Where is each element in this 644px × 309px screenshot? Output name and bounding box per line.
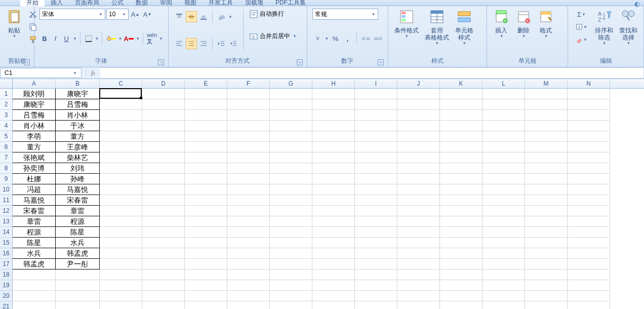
cell[interactable] — [568, 248, 610, 259]
cell[interactable] — [227, 174, 270, 184]
increase-font-button[interactable]: A▲ — [130, 9, 141, 20]
cells-area[interactable]: 顾刘明康晓宇康晓宇吕雪梅吕雪梅肖小林肖小林于冰李萌董方董方王彦峰张艳斌柴林艺孙奕… — [13, 89, 644, 309]
cell[interactable] — [525, 142, 568, 152]
cell[interactable] — [525, 152, 568, 163]
cell[interactable] — [185, 195, 227, 206]
cell[interactable] — [525, 269, 568, 280]
cell[interactable] — [482, 174, 525, 184]
cell[interactable] — [482, 110, 525, 121]
cell[interactable] — [568, 121, 610, 131]
cell[interactable] — [482, 195, 525, 206]
cell[interactable] — [100, 163, 142, 174]
cell[interactable] — [185, 152, 227, 163]
cell[interactable]: 尹一彤 — [56, 259, 100, 269]
cell[interactable]: 刘玮 — [56, 163, 100, 174]
column-header[interactable]: I — [355, 79, 397, 88]
cell[interactable] — [397, 291, 440, 301]
cell[interactable]: 宋春雷 — [56, 195, 100, 206]
cell[interactable] — [397, 89, 440, 99]
cell[interactable] — [312, 110, 355, 121]
cell[interactable]: 冯超 — [13, 184, 56, 195]
cell[interactable] — [312, 184, 355, 195]
cell[interactable] — [142, 248, 185, 259]
cell[interactable] — [482, 152, 525, 163]
format-cells-button[interactable]: 格式▼ — [535, 8, 557, 40]
cell[interactable] — [397, 184, 440, 195]
cell[interactable] — [270, 248, 312, 259]
cell[interactable] — [270, 174, 312, 184]
cell[interactable] — [100, 269, 142, 280]
cell[interactable] — [100, 142, 142, 152]
row-header[interactable]: 18 — [0, 269, 13, 280]
cell[interactable] — [482, 227, 525, 238]
cell[interactable] — [227, 269, 270, 280]
cell[interactable] — [440, 163, 482, 174]
cell[interactable] — [270, 142, 312, 152]
tab-pagelayout[interactable]: 页面布局 — [69, 0, 105, 6]
cell[interactable]: 陈星 — [13, 238, 56, 248]
cell[interactable] — [525, 174, 568, 184]
cell[interactable] — [397, 152, 440, 163]
cell[interactable]: 张艳斌 — [13, 152, 56, 163]
cell[interactable] — [397, 163, 440, 174]
cell[interactable] — [270, 121, 312, 131]
cell[interactable] — [440, 110, 482, 121]
cell[interactable] — [525, 206, 568, 216]
column-header[interactable]: M — [525, 79, 568, 88]
percent-button[interactable]: % — [330, 33, 341, 44]
cell[interactable] — [13, 291, 56, 301]
bold-button[interactable]: B — [39, 33, 50, 44]
row-header[interactable]: 5 — [0, 131, 13, 142]
cell[interactable] — [312, 163, 355, 174]
cell[interactable]: 董方 — [13, 142, 56, 152]
cell[interactable] — [482, 131, 525, 142]
cell[interactable] — [227, 99, 270, 110]
border-button[interactable] — [84, 33, 94, 44]
cell[interactable] — [227, 163, 270, 174]
italic-button[interactable]: I — [51, 33, 61, 44]
cell[interactable] — [227, 259, 270, 269]
decrease-decimal-button[interactable]: .00.0 — [372, 33, 383, 44]
row-header[interactable]: 11 — [0, 195, 13, 206]
cell[interactable] — [270, 206, 312, 216]
cell[interactable] — [568, 238, 610, 248]
cell[interactable] — [440, 174, 482, 184]
cell[interactable]: 肖小林 — [13, 121, 56, 131]
column-header[interactable]: D — [142, 79, 185, 88]
cell[interactable] — [397, 301, 440, 309]
cell[interactable] — [355, 152, 397, 163]
tab-home[interactable]: 开始 — [20, 0, 45, 6]
cell[interactable] — [312, 89, 355, 99]
cell[interactable] — [397, 110, 440, 121]
cell[interactable] — [100, 227, 142, 238]
cell[interactable] — [312, 206, 355, 216]
row-header[interactable]: 8 — [0, 163, 13, 174]
name-box[interactable]: C1▼ — [0, 68, 82, 78]
cell[interactable]: 程源 — [13, 227, 56, 238]
cell[interactable] — [355, 131, 397, 142]
column-header[interactable]: H — [312, 79, 355, 88]
fx-icon[interactable]: fx — [86, 67, 100, 79]
cell[interactable] — [312, 269, 355, 280]
cell[interactable] — [142, 269, 185, 280]
cell[interactable] — [270, 99, 312, 110]
cell[interactable] — [185, 110, 227, 121]
cell[interactable]: 顾刘明 — [13, 89, 56, 99]
cell[interactable] — [270, 163, 312, 174]
cell[interactable] — [142, 184, 185, 195]
cell[interactable] — [270, 184, 312, 195]
cell[interactable] — [397, 238, 440, 248]
cell[interactable]: 程源 — [56, 216, 100, 227]
cell[interactable] — [440, 280, 482, 291]
delete-cells-button[interactable]: × 删除▼ — [512, 8, 535, 40]
select-all-corner[interactable] — [0, 79, 13, 88]
cell[interactable] — [568, 99, 610, 110]
cell[interactable] — [270, 110, 312, 121]
cell[interactable] — [227, 110, 270, 121]
cell[interactable] — [355, 110, 397, 121]
cell[interactable] — [482, 291, 525, 301]
merge-center-button[interactable]: a 合并后居中 ▼ — [248, 31, 299, 42]
cell[interactable]: 韩孟虎 — [13, 259, 56, 269]
cell[interactable]: 吕雪梅 — [56, 99, 100, 110]
cell[interactable] — [397, 227, 440, 238]
